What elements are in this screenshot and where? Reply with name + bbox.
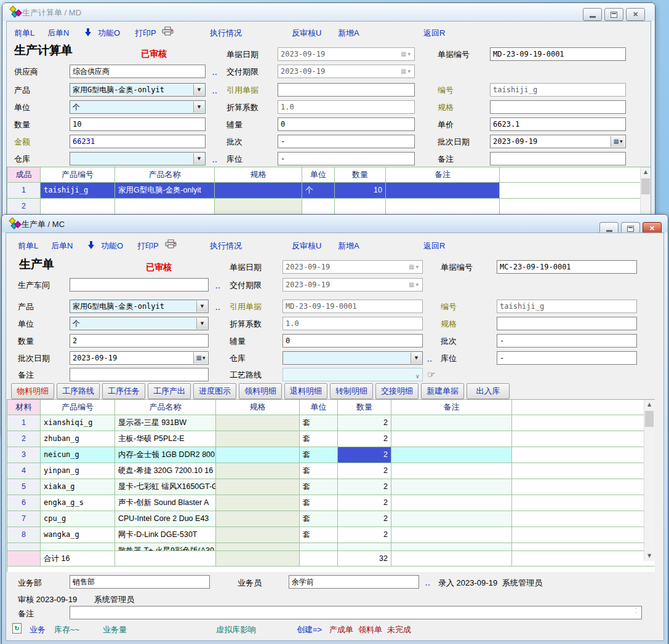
cell-spec[interactable] [216,479,300,495]
dropdown-arrow-icon[interactable]: ▼ [411,352,422,364]
cell-name[interactable] [115,199,215,214]
mc-field-footer-note[interactable]: ˄˅ [70,606,642,619]
cell-unit[interactable]: 套 [300,511,338,527]
cell-qty[interactable] [335,199,386,214]
column-header[interactable]: 单位 [302,167,335,182]
cell-unit[interactable]: 个 [302,183,335,198]
column-header[interactable]: 产品名称 [115,167,215,182]
mc-warehouse-lookup[interactable]: .. [427,355,433,364]
dropdown-arrow-icon[interactable]: ▼ [193,84,204,95]
scroll-up-icon[interactable]: ▲ [644,400,654,410]
row-number[interactable]: 5 [7,479,41,495]
cell-name[interactable]: CPU-Intel Core 2 Duo E43 [115,511,216,527]
md-field-code[interactable]: taishiji_g [490,83,626,97]
cell-qty[interactable]: 2 [338,415,391,431]
md-field-qty[interactable]: 10 [70,117,206,131]
mc-toolbar-add[interactable]: 新增A [338,241,359,252]
bottombar-unfinished[interactable]: 未完成 [387,624,411,635]
hand-pointer-icon[interactable]: ☞ [427,369,435,380]
mc-toolbar-print[interactable]: 打印P [137,241,159,252]
spinner-icon[interactable]: ˄˅ [632,608,640,618]
mc-field-doc-date[interactable]: 2023-09-19▦▼ [282,260,423,274]
cell-name[interactable]: 显卡-七彩虹 镭风X1650GT-G [115,479,216,495]
tab-material-detail[interactable]: 物料明细 [11,383,54,399]
bottombar-create[interactable]: 创建=> [297,624,322,635]
scrollbar-thumb[interactable] [641,178,650,194]
table-row[interactable]: 5 xiaka_g 显卡-七彩虹 镭风X1650GT-G 套 2 [7,479,655,495]
tab-transfer-detail[interactable]: 转制明细 [330,383,373,399]
printer-icon[interactable] [165,239,177,251]
table-row[interactable]: 8 wangka_g 网卡-D-Link DGE-530T 套 2 [7,527,655,543]
cell-note[interactable] [391,431,512,447]
mc-toolbar-exec[interactable]: 执行情况 [210,241,242,252]
dropdown-arrow-icon[interactable]: ∨ [415,370,420,381]
cell-unit[interactable] [300,543,338,551]
md-toolbar-unapprove[interactable]: 反审核U [292,28,321,39]
cell-note[interactable] [386,199,500,214]
calendar-icon[interactable]: ▦▼ [611,136,625,147]
cell-qty[interactable]: 2 [338,511,391,527]
md-toolbar-exec[interactable]: 执行情况 [210,28,242,39]
mc-field-agent[interactable]: 余学前 [289,575,419,589]
mc-field-batch[interactable]: - [497,334,637,348]
cell-spec[interactable] [216,527,300,543]
mc-field-note[interactable] [70,368,209,381]
md-field-ref-doc[interactable] [278,83,415,97]
cell-note[interactable] [391,495,512,511]
md-toolbar-add[interactable]: 新增A [338,28,359,39]
table-row[interactable]: 1 xianshiqi_g 显示器-三星 931BW 套 2 [7,415,655,431]
cell-code[interactable]: wangka_g [41,527,115,543]
table-row[interactable]: 2 [7,199,651,215]
md-field-supplier[interactable]: 综合供应商 [70,65,206,78]
md-warehouse-lookup[interactable]: .. [212,156,218,164]
md-field-warehouse[interactable]: ▼ [70,152,206,165]
scrollbar-thumb[interactable] [645,411,654,427]
mc-field-ref-doc[interactable]: MD-23-09-19-0001 [282,300,423,313]
md-titlebar[interactable]: 生产计算单 / MD ✕ [2,3,655,21]
cell-note[interactable] [391,447,512,463]
cell-spec[interactable] [215,183,302,198]
cell-spec[interactable] [216,415,300,431]
cell-unit[interactable]: 套 [300,431,338,447]
mc-titlebar[interactable]: 生产单 / MC ✕ [2,215,668,233]
md-field-price[interactable]: 6623.1 [490,117,626,131]
tab-progress-chart[interactable]: 进度图示 [193,383,236,399]
cell-note[interactable] [386,183,500,198]
table-row[interactable]: 1 taishiji_g 家用G型电脑-金奥-onlyit 个 10 [7,183,651,199]
calendar-icon[interactable]: ▦▼ [193,352,207,364]
md-restore-button[interactable] [604,8,623,21]
tab-process-output[interactable]: 工序产出 [148,383,191,399]
bottombar-pick-doc[interactable]: 领料单 [358,624,382,635]
cell-qty-selected[interactable]: 2 [338,447,391,463]
cell-name[interactable]: 硬盘-希捷 320G 7200.10 16 [115,463,216,479]
md-minimize-button[interactable] [583,8,602,21]
md-field-batch[interactable]: - [278,135,415,148]
column-header[interactable]: 规格 [216,400,300,415]
md-toolbar-prev[interactable]: 前单L [14,28,34,39]
md-field-unit[interactable]: 个▼ [70,100,206,114]
md-field-product[interactable]: 家用G型电脑-金奥-onlyit▼ [70,83,206,97]
cell-spec[interactable] [216,463,300,479]
tab-picking-detail[interactable]: 领料明细 [239,383,282,399]
cell-name[interactable]: 主板-华硕 P5PL2-E [115,431,216,447]
md-field-doc-date[interactable]: 2023-09-19▦▼ [278,47,415,61]
column-header[interactable]: 产品编号 [41,167,115,182]
mc-agent-lookup[interactable]: .. [425,579,431,587]
tab-handover-detail[interactable]: 交接明细 [375,383,419,399]
cell-name[interactable]: 散热器-T+ 火星9彩色版(A30 [115,543,216,551]
cell-code[interactable]: cpu_g [41,511,115,527]
mc-field-unit[interactable]: 个▼ [70,317,209,330]
mc-field-batch-date[interactable]: 2023-09-19▦▼ [70,351,209,365]
cell-code[interactable] [41,543,115,551]
cell-code[interactable] [41,199,115,214]
cell-spec[interactable] [216,431,300,447]
md-field-location[interactable]: - [278,152,415,165]
mc-product-lookup[interactable]: .. [215,303,221,312]
row-number[interactable]: 1 [7,183,41,198]
cell-name[interactable]: 家用G型电脑-金奥-onlyit [115,183,215,198]
bottombar-virtual-stock[interactable]: 虚拟库影响 [216,624,256,635]
mc-toolbar-back[interactable]: 返回R [423,241,445,252]
cell-qty[interactable] [338,543,391,551]
cell-code[interactable]: engka_g_s [41,495,115,511]
table-row-partial[interactable]: 散热器-T+ 火星9彩色版(A30 [7,543,655,551]
